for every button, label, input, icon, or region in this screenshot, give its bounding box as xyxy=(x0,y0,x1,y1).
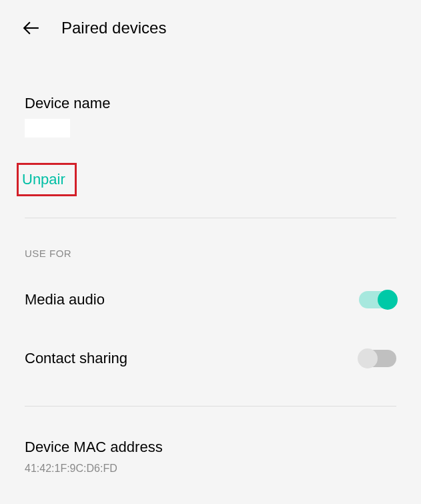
contact-sharing-label: Contact sharing xyxy=(25,350,127,367)
divider xyxy=(25,406,396,407)
mac-address-value: 41:42:1F:9C:D6:FD xyxy=(25,463,396,475)
page-title: Paired devices xyxy=(61,19,166,37)
media-audio-label: Media audio xyxy=(25,291,105,308)
media-audio-row[interactable]: Media audio xyxy=(25,291,396,308)
unpair-highlight: Unpair xyxy=(17,163,77,196)
contact-sharing-row[interactable]: Contact sharing xyxy=(25,350,396,367)
header: Paired devices xyxy=(0,0,421,56)
back-arrow-icon[interactable] xyxy=(23,19,40,37)
unpair-button[interactable]: Unpair xyxy=(22,171,65,188)
device-name-label: Device name xyxy=(25,95,396,112)
device-name-section[interactable]: Device name xyxy=(25,95,396,138)
toggle-knob xyxy=(378,290,398,310)
contact-sharing-toggle[interactable] xyxy=(359,350,396,367)
device-name-value xyxy=(25,119,70,138)
toggle-knob xyxy=(358,348,378,368)
mac-address-section: Device MAC address 41:42:1F:9C:D6:FD xyxy=(25,439,396,475)
media-audio-toggle[interactable] xyxy=(359,291,396,308)
divider xyxy=(25,218,396,218)
content: Device name Unpair USE FOR Media audio C… xyxy=(0,95,421,475)
use-for-header: USE FOR xyxy=(25,248,396,259)
mac-address-label: Device MAC address xyxy=(25,439,396,456)
